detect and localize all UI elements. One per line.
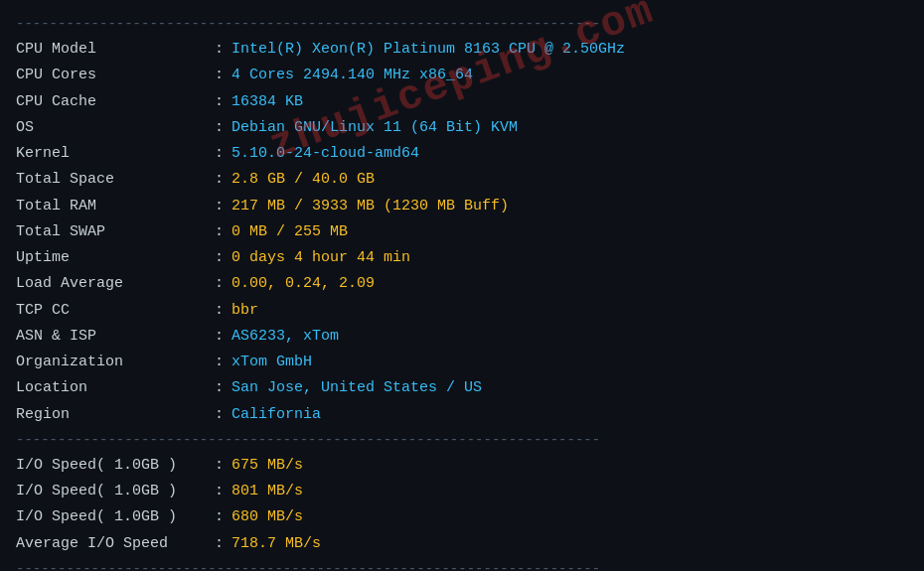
- row-label: I/O Speed( 1.0GB ): [16, 454, 215, 477]
- row-label: CPU Model: [16, 38, 215, 61]
- table-row: Total RAM: 217 MB / 3933 MB (1230 MB Buf…: [16, 195, 908, 217]
- io-speed-section: I/O Speed( 1.0GB ): 675 MB/sI/O Speed( 1…: [16, 454, 908, 555]
- row-value: Debian GNU/Linux 11 (64 Bit) KVM: [231, 116, 518, 139]
- table-row: I/O Speed( 1.0GB ): 680 MB/s: [16, 505, 908, 528]
- row-colon: :: [215, 454, 224, 477]
- table-row: I/O Speed( 1.0GB ): 675 MB/s: [16, 454, 908, 477]
- row-colon: :: [215, 142, 224, 165]
- row-label: Total SWAP: [16, 220, 215, 243]
- row-colon: :: [215, 90, 224, 113]
- top-divider: ----------------------------------------…: [16, 16, 908, 32]
- row-label: OS: [16, 116, 215, 139]
- row-label: Uptime: [16, 246, 215, 269]
- table-row: Region: California: [16, 403, 908, 426]
- row-colon: :: [215, 325, 224, 348]
- row-label: I/O Speed( 1.0GB ): [16, 480, 215, 502]
- row-value: 718.7 MB/s: [231, 532, 321, 555]
- row-value: 217 MB / 3933 MB (1230 MB Buff): [231, 195, 509, 217]
- row-value: Intel(R) Xeon(R) Platinum 8163 CPU @ 2.5…: [231, 38, 625, 61]
- row-label: CPU Cores: [16, 64, 215, 86]
- table-row: CPU Cores: 4 Cores 2494.140 MHz x86_64: [16, 64, 908, 86]
- table-row: Location: San Jose, United States / US: [16, 376, 908, 399]
- row-label: Total Space: [16, 168, 215, 191]
- terminal-window: zhujiceping.com ------------------------…: [0, 0, 924, 571]
- row-colon: :: [215, 505, 224, 528]
- row-value: 680 MB/s: [231, 505, 303, 528]
- row-label: Region: [16, 403, 215, 426]
- row-label: Total RAM: [16, 195, 215, 217]
- row-value: xTom GmbH: [231, 351, 312, 373]
- row-label: Load Average: [16, 272, 215, 295]
- bottom-divider: ----------------------------------------…: [16, 561, 908, 571]
- row-value: 16384 KB: [231, 90, 303, 113]
- row-colon: :: [215, 480, 224, 502]
- row-colon: :: [215, 246, 224, 269]
- row-value: 0 MB / 255 MB: [231, 220, 348, 243]
- table-row: Kernel: 5.10.0-24-cloud-amd64: [16, 142, 908, 165]
- row-label: TCP CC: [16, 299, 215, 322]
- row-label: ASN & ISP: [16, 325, 215, 348]
- system-info-section: CPU Model: Intel(R) Xeon(R) Platinum 816…: [16, 38, 908, 426]
- table-row: OS: Debian GNU/Linux 11 (64 Bit) KVM: [16, 116, 908, 139]
- table-row: Uptime: 0 days 4 hour 44 min: [16, 246, 908, 269]
- row-value: California: [231, 403, 321, 426]
- row-colon: :: [215, 64, 224, 86]
- row-value: 2.8 GB / 40.0 GB: [231, 168, 375, 191]
- row-colon: :: [215, 220, 224, 243]
- table-row: Load Average: 0.00, 0.24, 2.09: [16, 272, 908, 295]
- row-value: AS6233, xTom: [231, 325, 339, 348]
- row-label: I/O Speed( 1.0GB ): [16, 505, 215, 528]
- table-row: Organization: xTom GmbH: [16, 351, 908, 373]
- row-value: 675 MB/s: [231, 454, 303, 477]
- row-colon: :: [215, 299, 224, 322]
- row-value: bbr: [231, 299, 258, 322]
- row-label: Organization: [16, 351, 215, 373]
- row-label: Kernel: [16, 142, 215, 165]
- table-row: CPU Cache: 16384 KB: [16, 90, 908, 113]
- row-colon: :: [215, 195, 224, 217]
- table-row: CPU Model: Intel(R) Xeon(R) Platinum 816…: [16, 38, 908, 61]
- middle-divider: ----------------------------------------…: [16, 432, 908, 448]
- table-row: Total SWAP: 0 MB / 255 MB: [16, 220, 908, 243]
- row-colon: :: [215, 403, 224, 426]
- row-value: 0.00, 0.24, 2.09: [231, 272, 375, 295]
- row-colon: :: [215, 38, 224, 61]
- table-row: ASN & ISP: AS6233, xTom: [16, 325, 908, 348]
- row-value: 5.10.0-24-cloud-amd64: [231, 142, 419, 165]
- row-colon: :: [215, 168, 224, 191]
- row-colon: :: [215, 532, 224, 555]
- table-row: I/O Speed( 1.0GB ): 801 MB/s: [16, 480, 908, 502]
- row-colon: :: [215, 376, 224, 399]
- row-colon: :: [215, 351, 224, 373]
- row-colon: :: [215, 116, 224, 139]
- table-row: Average I/O Speed: 718.7 MB/s: [16, 532, 908, 555]
- row-label: CPU Cache: [16, 90, 215, 113]
- table-row: TCP CC: bbr: [16, 299, 908, 322]
- row-value: San Jose, United States / US: [231, 376, 482, 399]
- table-row: Total Space: 2.8 GB / 40.0 GB: [16, 168, 908, 191]
- row-colon: :: [215, 272, 224, 295]
- row-label: Average I/O Speed: [16, 532, 215, 555]
- row-label: Location: [16, 376, 215, 399]
- row-value: 801 MB/s: [231, 480, 303, 502]
- row-value: 0 days 4 hour 44 min: [231, 246, 410, 269]
- row-value: 4 Cores 2494.140 MHz x86_64: [231, 64, 473, 86]
